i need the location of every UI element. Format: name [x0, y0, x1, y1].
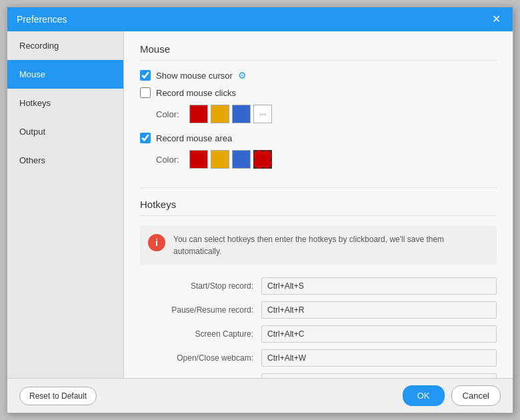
main-panel: Mouse Show mouse cursor ⚙ Record mouse c… [124, 31, 513, 378]
click-color-row: Color: ··· [156, 105, 497, 123]
hotkey-row-float-panel: Show/Hide float panel: [140, 373, 497, 378]
record-clicks-row: Record mouse clicks [140, 87, 497, 98]
mouse-section: Mouse Show mouse cursor ⚙ Record mouse c… [140, 43, 497, 169]
hotkey-row-pause-resume: Pause/Resume record: [140, 301, 497, 319]
show-cursor-label: Show mouse cursor [156, 71, 233, 81]
area-color-red[interactable] [189, 150, 208, 169]
sidebar-item-output[interactable]: Output [7, 117, 123, 146]
ok-button[interactable]: OK [403, 385, 445, 406]
sidebar-item-mouse[interactable]: Mouse [7, 60, 123, 89]
sidebar: Recording Mouse Hotkeys Output Others [7, 31, 124, 378]
area-color-row: Color: [156, 150, 497, 169]
close-button[interactable]: ✕ [489, 13, 503, 26]
reset-button[interactable]: Reset to Default [19, 387, 97, 405]
area-color-yellow[interactable] [211, 150, 229, 169]
sidebar-item-recording[interactable]: Recording [7, 31, 123, 60]
dialog-content: Recording Mouse Hotkeys Output Others [7, 31, 513, 378]
show-cursor-checkbox[interactable] [140, 70, 151, 81]
dialog-title: Preferences [17, 14, 67, 25]
click-color-red[interactable] [189, 105, 208, 123]
record-area-row: Record mouse area [140, 133, 497, 143]
hotkey-row-webcam: Open/Close webcam: [140, 349, 497, 367]
area-color-dashed[interactable] [253, 150, 272, 169]
record-clicks-label: Record mouse clicks [156, 88, 236, 98]
record-area-checkbox[interactable] [140, 133, 151, 143]
hotkeys-section: Hotkeys i You can select hotkeys then en… [140, 199, 497, 378]
title-bar: Preferences ✕ [7, 7, 513, 31]
hotkey-input-start-stop[interactable] [261, 277, 497, 295]
area-color-blue[interactable] [232, 150, 251, 169]
click-color-yellow[interactable] [211, 105, 229, 123]
hotkey-label-screen-capture: Screen Capture: [140, 329, 253, 339]
hotkeys-info-text: You can select hotkeys then enter the ho… [173, 233, 489, 257]
gear-icon[interactable]: ⚙ [238, 70, 247, 81]
sidebar-item-hotkeys[interactable]: Hotkeys [7, 89, 123, 117]
hotkeys-section-title: Hotkeys [140, 199, 497, 216]
footer-right: OK Cancel [403, 385, 501, 406]
hotkey-label-start-stop: Start/Stop record: [140, 281, 253, 291]
show-cursor-row: Show mouse cursor ⚙ [140, 70, 497, 81]
click-color-more[interactable]: ··· [253, 105, 272, 123]
hotkey-input-float-panel[interactable] [261, 373, 497, 378]
info-icon: i [148, 234, 165, 251]
hotkeys-info-box: i You can select hotkeys then enter the … [140, 225, 497, 265]
section-divider [140, 187, 497, 188]
area-color-label: Color: [156, 155, 183, 165]
click-color-blue[interactable] [232, 105, 251, 123]
record-clicks-checkbox[interactable] [140, 87, 151, 98]
cancel-button[interactable]: Cancel [451, 385, 501, 406]
mouse-section-title: Mouse [140, 43, 497, 61]
hotkey-row-start-stop: Start/Stop record: [140, 277, 497, 295]
footer: Reset to Default OK Cancel [7, 378, 513, 413]
hotkey-row-screen-capture: Screen Capture: [140, 325, 497, 343]
hotkey-input-screen-capture[interactable] [261, 325, 497, 343]
hotkey-input-webcam[interactable] [261, 349, 497, 367]
hotkey-input-pause-resume[interactable] [261, 301, 497, 319]
hotkey-label-pause-resume: Pause/Resume record: [140, 305, 253, 315]
preferences-dialog: Preferences ✕ Recording Mouse Hotkeys Ou… [7, 7, 513, 413]
record-area-label: Record mouse area [156, 133, 232, 143]
hotkey-label-webcam: Open/Close webcam: [140, 353, 253, 363]
sidebar-item-others[interactable]: Others [7, 146, 123, 175]
click-color-label: Color: [156, 109, 183, 119]
